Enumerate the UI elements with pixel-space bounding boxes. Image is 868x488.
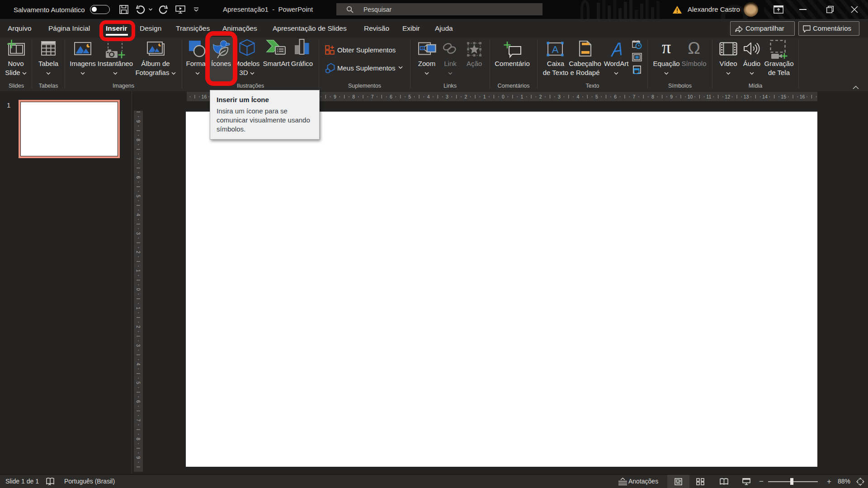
svg-text:1: 1: [483, 94, 486, 99]
svg-text:4: 4: [427, 94, 430, 99]
svg-text:12: 12: [725, 94, 730, 99]
svg-text:13: 13: [744, 94, 749, 99]
svg-text:8: 8: [136, 437, 141, 440]
svg-text:3: 3: [136, 344, 141, 347]
svg-text:14: 14: [762, 94, 768, 99]
svg-text:9: 9: [136, 456, 141, 459]
svg-text:7: 7: [136, 419, 141, 422]
svg-text:2: 2: [539, 94, 542, 99]
svg-text:2: 2: [464, 94, 467, 99]
svg-text:4: 4: [136, 213, 141, 216]
svg-text:9: 9: [334, 94, 336, 99]
svg-text:A: A: [552, 44, 559, 55]
svg-text:1: 1: [136, 269, 141, 272]
svg-text:4: 4: [576, 94, 579, 99]
svg-text:0: 0: [136, 288, 141, 291]
svg-text:7: 7: [633, 94, 636, 99]
svg-text:0: 0: [502, 94, 505, 99]
svg-text:3: 3: [136, 232, 141, 235]
svg-text:11: 11: [706, 94, 711, 99]
svg-text:6: 6: [136, 176, 141, 178]
svg-text:5: 5: [408, 94, 411, 99]
svg-text:6: 6: [614, 94, 617, 99]
svg-text:4: 4: [136, 363, 141, 366]
svg-text:8: 8: [352, 94, 355, 99]
svg-text:7: 7: [371, 94, 374, 99]
svg-text:5: 5: [136, 195, 141, 197]
svg-text:5: 5: [136, 381, 141, 384]
svg-text:8: 8: [651, 94, 654, 99]
svg-text:16: 16: [202, 94, 207, 99]
svg-text:9: 9: [136, 120, 141, 122]
svg-text:6: 6: [390, 94, 392, 99]
svg-text:2: 2: [136, 325, 141, 328]
svg-text:16: 16: [800, 94, 805, 99]
svg-text:10: 10: [688, 94, 693, 99]
svg-text:3: 3: [446, 94, 448, 99]
svg-text:9: 9: [670, 94, 673, 99]
svg-text:6: 6: [136, 400, 141, 403]
svg-text:3: 3: [558, 94, 561, 99]
svg-text:8: 8: [136, 139, 141, 141]
svg-text:2: 2: [136, 251, 141, 253]
svg-text:5: 5: [595, 94, 598, 99]
svg-text:1: 1: [520, 94, 523, 99]
svg-text:15: 15: [781, 94, 786, 99]
svg-text:1: 1: [136, 307, 141, 310]
svg-text:7: 7: [136, 157, 141, 160]
